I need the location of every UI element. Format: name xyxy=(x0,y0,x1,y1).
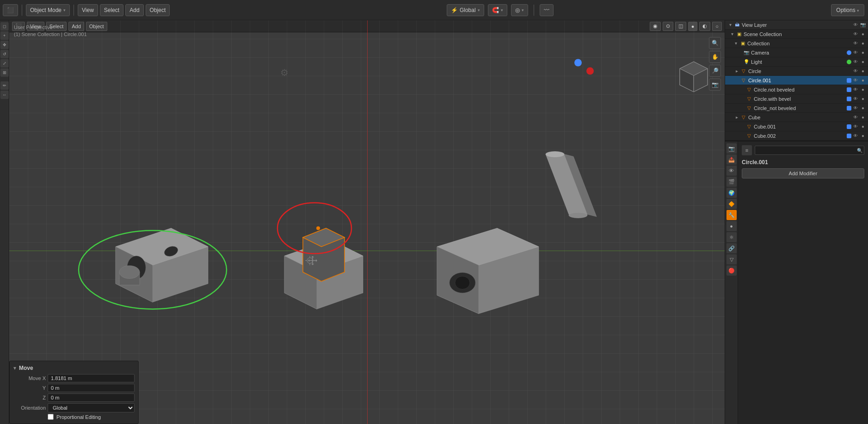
outliner-row-circle001[interactable]: ▾ ▽ Circle.001 👁 ● xyxy=(725,76,868,85)
cube001-visibility[interactable]: 👁 xyxy=(852,123,859,130)
cwb-render[interactable]: ● xyxy=(860,96,866,102)
cube001-icons: 👁 ● xyxy=(847,123,866,130)
scale-tool-btn[interactable]: ⤢ xyxy=(0,59,9,68)
add-modifier-btn[interactable]: Add Modifier xyxy=(742,168,864,178)
outliner-row-scene-collection[interactable]: ▾ ▣ Scene Collection 👁 ● xyxy=(725,30,868,39)
viewlayer-render[interactable]: 📷 xyxy=(860,22,866,28)
circle001-render[interactable]: ● xyxy=(860,77,866,84)
snap-icon: 🧲 xyxy=(492,7,499,13)
transform-tool-btn[interactable]: ⊞ xyxy=(0,68,9,77)
scene-collection-icons: 👁 ● xyxy=(852,31,866,37)
cnb2-label: Circle_not beveled xyxy=(754,105,847,111)
center-object[interactable] xyxy=(284,228,363,309)
viewlayer-visibility[interactable]: 👁 xyxy=(852,22,859,28)
mode-selector[interactable]: Object Mode ▾ xyxy=(26,4,70,16)
move-tool-btn[interactable]: ✥ xyxy=(0,41,9,49)
cwb-label: Circle.with bevel xyxy=(754,96,847,102)
prop-particles-btn[interactable]: ● xyxy=(726,221,737,231)
move-y-input[interactable] xyxy=(48,384,135,392)
cnb2-render[interactable]: ● xyxy=(860,105,866,111)
vp-pan-btn[interactable]: ✋ xyxy=(709,51,721,63)
cnb2-visibility[interactable]: 👁 xyxy=(852,105,859,111)
right-object[interactable] xyxy=(437,228,539,314)
cube-visibility[interactable]: 👁 xyxy=(852,114,859,121)
cwb-visibility[interactable]: 👁 xyxy=(852,96,859,102)
prop-data-btn[interactable]: ▽ xyxy=(726,254,737,264)
prop-physics-btn[interactable]: ⚛ xyxy=(726,232,737,242)
circle-visibility[interactable]: 👁 xyxy=(852,68,859,74)
move-x-input[interactable] xyxy=(48,374,135,382)
cnb-visibility[interactable]: 👁 xyxy=(852,86,859,93)
select-menu[interactable]: Select xyxy=(100,4,123,16)
camera-icon: 📷 xyxy=(743,49,750,56)
outliner-row-light[interactable]: ▾ 💡 Light 👁 ● xyxy=(725,57,868,67)
prop-scene-btn[interactable]: 🎬 xyxy=(726,177,737,187)
cube001-render[interactable]: ● xyxy=(860,123,866,130)
outliner-row-circle-with-bev[interactable]: ▾ ▽ Circle.with bevel 👁 ● xyxy=(725,94,868,104)
cursor-tool-btn[interactable]: + xyxy=(0,31,9,40)
select-tool-btn[interactable]: ◻ xyxy=(0,22,9,31)
scene-coll-render[interactable]: ● xyxy=(860,31,866,37)
move-z-label: Z xyxy=(13,395,46,400)
viewport-icon: ⬛ xyxy=(7,7,14,13)
separator-2 xyxy=(74,5,74,16)
annotation-btn[interactable]: 〰 xyxy=(540,4,554,16)
outliner-row-cube[interactable]: ▸ ▽ Cube 👁 ● xyxy=(725,113,868,122)
outliner-row-camera[interactable]: ▾ 📷 Camera 👁 ● xyxy=(725,48,868,57)
circle-render[interactable]: ● xyxy=(860,68,866,74)
prop-list-view-btn[interactable]: ≡ xyxy=(742,145,752,155)
transform-selector[interactable]: ⚡ Global ▾ xyxy=(447,4,484,16)
add-menu[interactable]: Add xyxy=(125,4,143,16)
circle-icons: 👁 ● xyxy=(852,68,866,74)
cnb-render[interactable]: ● xyxy=(860,86,866,93)
view-menu[interactable]: View xyxy=(78,4,98,16)
outliner-row-viewlayer[interactable]: ▾ 🏔 View Layer 👁 📷 xyxy=(725,20,868,30)
proportional-checkbox[interactable] xyxy=(48,414,54,420)
camera-render[interactable]: ● xyxy=(860,49,866,56)
left-object[interactable] xyxy=(116,228,208,302)
object-menu[interactable]: Object xyxy=(146,4,170,16)
light-render[interactable]: ● xyxy=(860,59,866,65)
prop-view-btn[interactable]: 👁 xyxy=(726,166,737,176)
move-z-input[interactable] xyxy=(48,393,135,402)
rotate-tool-btn[interactable]: ↺ xyxy=(0,50,9,58)
annotation-icon: 〰 xyxy=(544,7,549,13)
snap-btn[interactable]: 🧲 ▾ xyxy=(488,4,507,16)
coll-render[interactable]: ● xyxy=(860,40,866,47)
outliner-row-cube002[interactable]: ▾ ▽ Cube.002 👁 ● xyxy=(725,131,868,141)
prop-modifier-btn[interactable]: 🔧 xyxy=(726,210,737,220)
options-btn[interactable]: Options ▾ xyxy=(831,4,864,16)
scene-coll-visibility[interactable]: 👁 xyxy=(852,31,859,37)
prop-material-btn[interactable]: 🔴 xyxy=(726,265,737,276)
vp-camera-btn[interactable]: 📷 xyxy=(709,79,721,91)
prop-constraints-btn[interactable]: 🔗 xyxy=(726,243,737,253)
cube-render[interactable]: ● xyxy=(860,114,866,121)
camera-visibility[interactable]: 👁 xyxy=(852,49,859,56)
cube002-render[interactable]: ● xyxy=(860,133,866,139)
prop-output-btn[interactable]: 📤 xyxy=(726,154,737,165)
cnb-label: Circle.not beveled xyxy=(754,87,847,92)
far-right-object[interactable] xyxy=(546,152,597,218)
editor-type-btn[interactable]: ⬛ xyxy=(3,4,18,16)
circle001-visibility[interactable]: 👁 xyxy=(852,77,859,84)
coll-visibility[interactable]: 👁 xyxy=(852,40,859,47)
outliner-row-circle-not-bev2[interactable]: ▾ ▽ Circle_not beveled 👁 ● xyxy=(725,104,868,113)
outliner-row-cube001[interactable]: ▾ ▽ Cube.001 👁 ● xyxy=(725,122,868,131)
vp-zoom-btn[interactable]: 🔎 xyxy=(709,65,721,77)
prop-object-btn[interactable]: 🔶 xyxy=(726,199,737,209)
cube001-type xyxy=(847,124,851,129)
outliner-row-circle[interactable]: ▸ ▽ Circle 👁 ● xyxy=(725,67,868,76)
prop-world-btn[interactable]: 🌍 xyxy=(726,188,737,198)
prop-search-input[interactable] xyxy=(755,146,864,155)
prop-render-btn[interactable]: 📷 xyxy=(726,143,737,154)
outliner-row-collection[interactable]: ▾ ▣ Collection 👁 ● xyxy=(725,39,868,48)
annotate-tool-btn[interactable]: ✏ xyxy=(0,81,9,90)
orientation-select[interactable]: Global Local Normal xyxy=(48,403,135,412)
vp-search-btn[interactable]: 🔍 xyxy=(709,37,721,49)
cube002-visibility[interactable]: 👁 xyxy=(852,133,859,139)
bottom-collapse-arrow[interactable]: ▾ xyxy=(13,365,16,371)
measure-tool-btn[interactable]: ↔ xyxy=(0,91,9,99)
outliner-row-circle-not-bev[interactable]: ▾ ▽ Circle.not beveled 👁 ● xyxy=(725,85,868,94)
proportional-btn[interactable]: ◎ ▾ xyxy=(511,4,528,16)
light-visibility[interactable]: 👁 xyxy=(852,59,859,65)
